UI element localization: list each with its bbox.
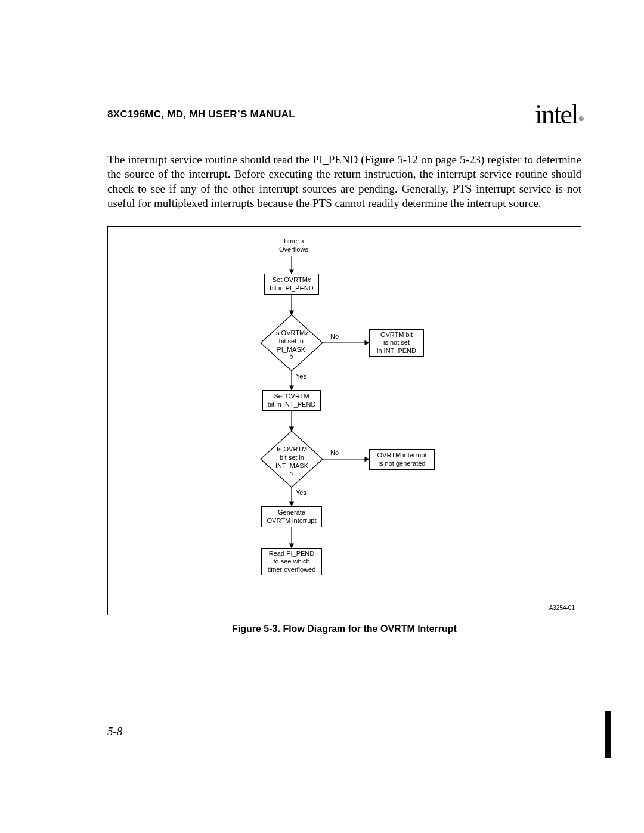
intel-logo-text: intel	[535, 98, 578, 130]
flow-label-yes-2: Yes	[296, 489, 306, 497]
crop-mark-icon	[605, 711, 611, 758]
figure-id: A3254-01	[549, 605, 575, 611]
manual-title: 8XC196MC, MD, MH USER’S MANUAL	[107, 109, 295, 120]
flow-decision-pimask: Is OVRTMx bit set in PI_MASK ?	[274, 329, 308, 362]
flowchart-connectors	[108, 227, 581, 615]
registered-mark: ®	[579, 115, 583, 122]
flow-decision-intmask: Is OVRTM bit set in INT_MASK ?	[275, 445, 308, 478]
flow-label-no-1: No	[330, 333, 339, 341]
flow-box-set-intpend: Set OVRTM bit in INT_PEND	[262, 390, 321, 411]
page-header: 8XC196MC, MD, MH USER’S MANUAL intel®	[107, 98, 581, 130]
figure-frame: Timer x Overflows Set OVRTMx bit in PI_P…	[107, 226, 581, 615]
flow-start: Timer x Overflows	[279, 237, 308, 254]
flow-box-read-pipend: Read PI_PEND to see which timer overflow…	[261, 548, 322, 575]
flow-label-yes-1: Yes	[296, 373, 306, 381]
flow-label-no-2: No	[330, 449, 339, 457]
flow-box-no-interrupt: OVRTM interrupt is not generated	[369, 449, 435, 470]
flow-box-generate: Generate OVRTM interrupt	[261, 506, 322, 527]
intel-logo: intel®	[535, 98, 581, 130]
figure-caption: Figure 5-3. Flow Diagram for the OVRTM I…	[107, 624, 581, 634]
page-number: 5-8	[107, 725, 122, 738]
flow-box-notset-intpend: OVRTM bit is not set in INT_PEND	[369, 329, 424, 357]
flow-box-set-ovrtmx: Set OVRTMx bit in PI_PEND	[264, 274, 319, 295]
body-paragraph: The interrupt service routine should rea…	[107, 153, 581, 210]
